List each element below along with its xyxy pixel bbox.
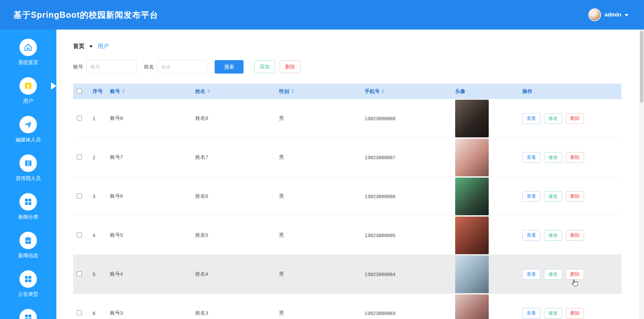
delete-button[interactable]: 删除: [566, 308, 584, 319]
edit-button[interactable]: 修改: [544, 152, 562, 163]
avatar-image: [455, 294, 489, 319]
sidebar-item-新闻信息[interactable]: 新闻信息: [0, 232, 56, 259]
library-icon: [19, 154, 37, 172]
search-button[interactable]: 搜索: [215, 60, 244, 74]
cell-account: 账号7: [106, 154, 191, 161]
delete-button[interactable]: 删除: [566, 152, 584, 163]
cell-phone: 13823888886: [361, 193, 451, 199]
chevron-down-icon: [625, 14, 629, 16]
name-input[interactable]: [157, 60, 207, 74]
sidebar-item-label: 新闻信息: [18, 253, 38, 259]
bulk-delete-button[interactable]: 删除: [280, 60, 301, 73]
cell-actions: 查看修改删除: [518, 269, 622, 280]
account-input[interactable]: [86, 60, 137, 74]
delete-button[interactable]: 删除: [566, 230, 584, 241]
sort-icon[interactable]: [382, 89, 384, 93]
column-header[interactable]: 账号: [106, 88, 191, 95]
cell-phone: 13823888884: [361, 271, 451, 277]
edit-button[interactable]: 修改: [544, 191, 562, 202]
cell-account: 账号5: [106, 232, 191, 238]
table-row: 4账号5姓名5男13823888885查看修改删除: [73, 216, 622, 255]
delete-button[interactable]: 删除: [566, 191, 584, 202]
user-menu[interactable]: admin: [588, 8, 629, 21]
table-row: 1账号8姓名8男13823888888查看修改删除: [73, 99, 622, 138]
column-header: 序号: [89, 88, 106, 95]
row-select-cell: [73, 271, 89, 277]
cell-gender: 男: [275, 271, 361, 277]
sidebar-item-label: 系统首页: [18, 59, 38, 66]
sort-icon[interactable]: [122, 89, 125, 93]
delete-button[interactable]: 删除: [566, 269, 584, 280]
paper-plane-icon: [19, 116, 37, 133]
breadcrumb-current[interactable]: 用户: [98, 42, 109, 50]
column-header[interactable]: 手机号: [361, 88, 451, 95]
view-button[interactable]: 查看: [522, 308, 540, 319]
cell-phone: 13823888888: [361, 116, 451, 121]
main-content: 首页 用户 账号 姓名 搜索 添加 删除 序号账号姓名性别手机号头像操作1账号8…: [56, 30, 644, 319]
cell-avatar: [451, 100, 518, 137]
cell-actions: 查看修改删除: [518, 113, 622, 124]
cell-actions: 查看修改删除: [518, 230, 622, 241]
view-button[interactable]: 查看: [522, 269, 540, 280]
edit-button[interactable]: 修改: [544, 269, 562, 280]
sidebar-item-label: 新闻分类: [18, 214, 38, 220]
sidebar-item-系统首页[interactable]: 系统首页: [0, 39, 56, 66]
cell-index: 6: [89, 310, 106, 316]
cell-actions: 查看修改删除: [518, 152, 622, 163]
row-checkbox[interactable]: [77, 310, 82, 315]
cell-phone: 13823888885: [361, 232, 451, 238]
delete-button[interactable]: 删除: [566, 113, 584, 124]
row-checkbox[interactable]: [77, 271, 82, 276]
row-checkbox[interactable]: [77, 116, 82, 121]
vertical-scrollbar[interactable]: [639, 30, 644, 319]
sidebar-item-label: 融媒体人员: [16, 137, 41, 143]
view-button[interactable]: 查看: [522, 152, 540, 163]
active-item-arrow-icon: [51, 82, 56, 90]
row-select-cell: [73, 232, 89, 238]
cell-gender: 男: [275, 232, 361, 238]
select-all-checkbox[interactable]: [77, 88, 82, 93]
avatar-image: [455, 100, 489, 137]
cell-account: 账号8: [106, 115, 191, 122]
view-button[interactable]: 查看: [522, 230, 540, 241]
search-toolbar: 账号 姓名 搜索 添加 删除: [73, 60, 644, 74]
sidebar-item-宣传部人员[interactable]: 宣传部人员: [0, 154, 56, 182]
sort-icon[interactable]: [207, 89, 210, 93]
avatar-image: [455, 256, 489, 293]
row-select-cell: [73, 116, 89, 122]
scrollbar-thumb[interactable]: [640, 31, 643, 103]
sidebar-item-用户[interactable]: 用户: [0, 77, 56, 104]
sort-icon[interactable]: [291, 89, 294, 93]
breadcrumb-home[interactable]: 首页: [73, 42, 85, 50]
table-row: 5账号4姓名4男13823888884查看修改删除: [73, 255, 622, 294]
view-button[interactable]: 查看: [522, 113, 540, 124]
column-header: 头像: [451, 88, 518, 95]
cell-gender: 男: [275, 154, 361, 161]
edit-button[interactable]: 修改: [544, 113, 562, 124]
row-checkbox[interactable]: [77, 154, 82, 160]
sidebar-item-label: 宣传部人员: [16, 175, 41, 182]
app-title: 基于SpringBoot的校园新闻发布平台: [13, 9, 158, 20]
grid-icon: [19, 193, 37, 211]
sidebar-item-新闻分类[interactable]: 新闻分类: [0, 193, 56, 220]
cell-avatar: [451, 256, 518, 293]
sidebar-item-融媒体人员[interactable]: 融媒体人员: [0, 116, 56, 143]
add-button[interactable]: 添加: [254, 60, 275, 73]
user-avatar: [588, 8, 601, 21]
column-header[interactable]: 性别: [275, 88, 361, 95]
cell-actions: 查看修改删除: [518, 191, 622, 202]
edit-button[interactable]: 修改: [544, 308, 562, 319]
sidebar-item-公告类型[interactable]: 公告类型: [0, 270, 56, 298]
sidebar-item[interactable]: [0, 309, 56, 319]
row-checkbox[interactable]: [77, 193, 82, 198]
cell-phone: 13823888883: [361, 310, 451, 316]
edit-button[interactable]: 修改: [544, 230, 562, 241]
column-header[interactable]: 姓名: [191, 88, 275, 95]
breadcrumb-separator-dot: [90, 45, 92, 47]
cell-avatar: [451, 217, 518, 254]
cell-name: 姓名5: [191, 232, 275, 238]
row-checkbox[interactable]: [77, 232, 82, 237]
column-header: 操作: [518, 88, 622, 95]
view-button[interactable]: 查看: [522, 191, 540, 202]
row-select-cell: [73, 154, 89, 161]
